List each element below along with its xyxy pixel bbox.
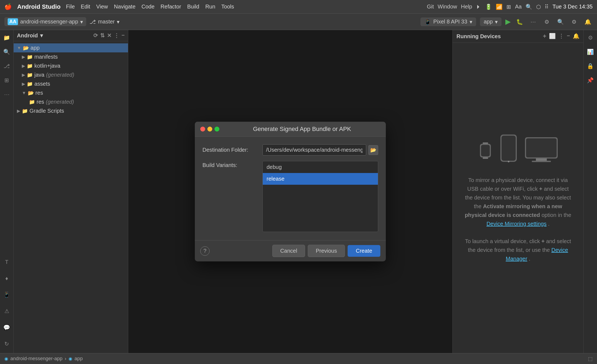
devices-text-3: option in the bbox=[542, 212, 571, 218]
apple-menu-icon[interactable]: 🍎 bbox=[4, 3, 12, 10]
device-selector[interactable]: 📱 Pixel 8 API 33 ▾ bbox=[420, 17, 476, 26]
destination-text-field[interactable] bbox=[262, 144, 366, 156]
activity-search-icon[interactable]: 🔍 bbox=[2, 47, 12, 57]
running-devices-minimize-icon[interactable]: − bbox=[567, 33, 570, 40]
svg-rect-0 bbox=[483, 142, 488, 144]
close-traffic-light[interactable] bbox=[200, 127, 205, 132]
variant-debug[interactable]: debug bbox=[263, 161, 378, 173]
tree-arrow-gradle: ▶ bbox=[17, 108, 20, 114]
modal-body: Destination Folder: 📂 Build Variants: de… bbox=[195, 137, 386, 240]
tree-label-app: app bbox=[31, 45, 40, 51]
tree-label-java: java bbox=[34, 72, 44, 78]
destination-browse-button[interactable]: 📂 bbox=[368, 145, 378, 155]
menu-code[interactable]: Code bbox=[142, 4, 155, 10]
device-mirroring-settings-link[interactable]: Device Mirroring settings bbox=[486, 221, 547, 227]
activity-bottom-icon2[interactable]: ♦ bbox=[2, 273, 12, 283]
control-center-icon[interactable]: ⊞ bbox=[506, 4, 511, 10]
tree-item-kotlin-java[interactable]: ▶ 📁 kotlin+java bbox=[14, 61, 128, 70]
activity-bottom-icon3[interactable]: 📱 bbox=[2, 290, 12, 300]
running-devices-settings-icon[interactable]: ⬜ bbox=[549, 33, 556, 40]
running-devices-more-icon[interactable]: ⋮ bbox=[559, 33, 564, 40]
maximize-traffic-light[interactable] bbox=[214, 127, 219, 132]
build-variants-label: Build Variants: bbox=[202, 161, 262, 232]
panel-sync-icon[interactable]: ⟳ bbox=[93, 32, 98, 39]
status-project-name[interactable]: android-messenger-app bbox=[10, 356, 62, 362]
tree-arrow-app: ▼ bbox=[17, 46, 21, 50]
menu-edit[interactable]: Edit bbox=[81, 4, 90, 10]
tree-item-res[interactable]: ▼ 📂 res bbox=[14, 88, 128, 97]
minimize-traffic-light[interactable] bbox=[207, 127, 212, 132]
debug-button[interactable]: 🐛 bbox=[515, 17, 524, 27]
build-variants-list[interactable]: debug release bbox=[262, 161, 378, 232]
tree-item-res-generated[interactable]: 📁 res (generated) bbox=[14, 97, 128, 106]
activity-more-icon[interactable]: ⋯ bbox=[2, 89, 12, 99]
branch-dropdown-icon: ▾ bbox=[117, 19, 120, 25]
add-device-icon[interactable]: + bbox=[543, 33, 546, 40]
right-icon-1[interactable]: ⚙ bbox=[586, 33, 595, 43]
create-button[interactable]: Create bbox=[348, 245, 380, 257]
right-icon-4[interactable]: 📌 bbox=[586, 75, 595, 85]
run-button[interactable]: ▶ bbox=[505, 17, 511, 26]
project-name[interactable]: android-messenger-app bbox=[20, 19, 78, 25]
menu-navigate[interactable]: Navigate bbox=[114, 4, 136, 10]
activity-bottom-icon5[interactable]: 💬 bbox=[2, 323, 12, 332]
activity-bottom-icon4[interactable]: ⚠ bbox=[2, 306, 12, 316]
cancel-button[interactable]: Cancel bbox=[272, 245, 305, 257]
project-selector[interactable]: AA android-messenger-app ▾ bbox=[4, 17, 86, 26]
running-devices-panel: Running Devices + ⬜ ⋮ − 🔔 bbox=[452, 30, 583, 353]
tree-item-gradle[interactable]: ▶ 📁 Gradle Scripts bbox=[14, 106, 128, 115]
branch-selector[interactable]: ⎇ master ▾ bbox=[89, 19, 120, 25]
tree-item-assets[interactable]: ▶ 📁 assets bbox=[14, 79, 128, 88]
more-options-button[interactable]: ⋯ bbox=[528, 17, 538, 27]
menu-time: Tue 3 Dec 14:35 bbox=[553, 4, 593, 10]
tree-item-manifests[interactable]: ▶ 📁 manifests bbox=[14, 52, 128, 61]
search-icon[interactable]: 🔍 bbox=[526, 4, 532, 10]
play-icon: ⏵ bbox=[476, 4, 481, 10]
right-icon-2[interactable]: 📊 bbox=[586, 47, 595, 57]
device-name[interactable]: Pixel 8 API 33 bbox=[433, 19, 467, 25]
panel-collapse-icon[interactable]: − bbox=[121, 32, 125, 39]
toolbar-right: 📱 Pixel 8 API 33 ▾ app ▾ ▶ 🐛 ⋯ ⚙ 🔍 ⚙ 🔔 bbox=[420, 17, 593, 27]
panel-expand-icon[interactable]: ⇅ bbox=[100, 32, 105, 39]
notifications-icon[interactable]: 🔔 bbox=[583, 17, 593, 27]
tree-item-java-generated[interactable]: ▶ 📁 java (generated) bbox=[14, 70, 128, 79]
tree-item-app[interactable]: ▼ 📂 app bbox=[14, 43, 128, 52]
devices-description: To mirror a physical device, connect it … bbox=[464, 176, 572, 263]
app-name[interactable]: Android Studio bbox=[17, 3, 61, 10]
menu-help[interactable]: Help bbox=[461, 4, 472, 10]
activity-folder-icon[interactable]: 📁 bbox=[2, 33, 12, 43]
sync-icon[interactable]: ⚙ bbox=[542, 17, 552, 27]
menu-build[interactable]: Build bbox=[187, 4, 199, 10]
previous-button[interactable]: Previous bbox=[308, 245, 345, 257]
app-selector[interactable]: app ▾ bbox=[480, 17, 502, 26]
search-everywhere-icon[interactable]: 🔍 bbox=[556, 17, 565, 27]
menu-tools[interactable]: Tools bbox=[221, 4, 234, 10]
activity-bottom-icon6[interactable]: ↻ bbox=[2, 339, 12, 349]
activity-structure-icon[interactable]: ⊞ bbox=[2, 75, 12, 85]
menu-file[interactable]: File bbox=[66, 4, 75, 10]
menu-view[interactable]: View bbox=[96, 4, 108, 10]
menu-window[interactable]: Window bbox=[438, 4, 457, 10]
tree-label-res: res bbox=[35, 90, 43, 96]
devices-text-4: To launch a virtual device, click bbox=[465, 238, 540, 244]
status-module-icon: ◉ bbox=[68, 356, 72, 361]
menu-run[interactable]: Run bbox=[205, 4, 215, 10]
activity-git-icon[interactable]: ⎇ bbox=[2, 61, 12, 71]
right-icon-3[interactable]: 🔒 bbox=[586, 61, 595, 71]
menu-refactor[interactable]: Refactor bbox=[160, 4, 181, 10]
android-dropdown-icon[interactable]: ▾ bbox=[40, 32, 43, 39]
settings-icon[interactable]: ⚙ bbox=[569, 17, 579, 27]
branch-name[interactable]: master bbox=[98, 19, 115, 25]
folder-icon-gradle: 📁 bbox=[22, 108, 28, 114]
editor-area: Generate Signed App Bundle or APK Destin… bbox=[128, 30, 452, 353]
help-button[interactable]: ? bbox=[200, 246, 210, 256]
status-module-name[interactable]: app bbox=[74, 356, 83, 362]
variant-release[interactable]: release bbox=[263, 173, 378, 185]
panel-close-icon[interactable]: ✕ bbox=[107, 32, 112, 39]
menu-git[interactable]: Git bbox=[427, 4, 434, 10]
panel-settings-icon[interactable]: ⋮ bbox=[114, 32, 119, 39]
running-devices-notify-icon[interactable]: 🔔 bbox=[573, 33, 580, 40]
activity-bottom-icon1[interactable]: T bbox=[2, 257, 12, 267]
status-bar: ◉ android-messenger-app › ◉ app ⬚ bbox=[0, 353, 597, 364]
tree-label-kotlin: kotlin+java bbox=[34, 63, 60, 69]
